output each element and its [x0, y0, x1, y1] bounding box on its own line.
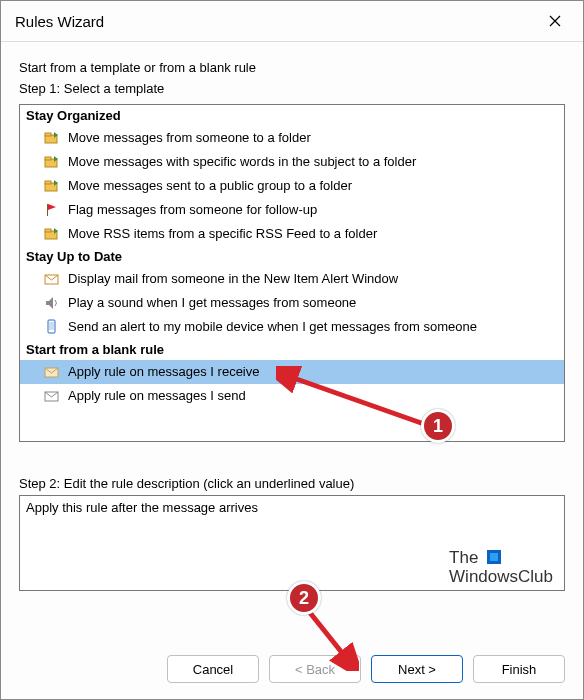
list-item-send[interactable]: Apply rule on messages I send	[20, 384, 564, 408]
list-item-label: Display mail from someone in the New Ite…	[68, 269, 398, 289]
list-item[interactable]: Display mail from someone in the New Ite…	[20, 267, 564, 291]
sound-icon	[44, 295, 60, 311]
list-item-label: Move messages with specific words in the…	[68, 152, 416, 172]
svg-rect-3	[45, 157, 51, 160]
svg-rect-11	[49, 322, 54, 330]
list-item-label: Send an alert to my mobile device when I…	[68, 317, 477, 337]
list-item[interactable]: Move messages from someone to a folder	[20, 126, 564, 150]
list-item-label: Play a sound when I get messages from so…	[68, 293, 356, 313]
list-item[interactable]: Play a sound when I get messages from so…	[20, 291, 564, 315]
section-stay-organized: Stay Organized	[20, 105, 564, 126]
finish-label: Finish	[502, 662, 537, 677]
section-blank-rule: Start from a blank rule	[20, 339, 564, 360]
list-item-label: Move messages sent to a public group to …	[68, 176, 352, 196]
list-item[interactable]: Move messages sent to a public group to …	[20, 174, 564, 198]
list-item-label: Apply rule on messages I send	[68, 386, 246, 406]
svg-rect-8	[45, 229, 51, 232]
watermark-square-icon	[487, 550, 501, 564]
section-stay-up-to-date: Stay Up to Date	[20, 246, 564, 267]
cancel-label: Cancel	[193, 662, 233, 677]
folder-move-icon	[44, 226, 60, 242]
rules-wizard-window: Rules Wizard Start from a template or fr…	[0, 0, 584, 700]
envelope-out-icon	[44, 388, 60, 404]
back-button[interactable]: < Back	[269, 655, 361, 683]
step1-label: Step 1: Select a template	[19, 81, 565, 96]
finish-button[interactable]: Finish	[473, 655, 565, 683]
list-item-label: Flag messages from someone for follow-up	[68, 200, 317, 220]
rule-description-text: Apply this rule after the message arrive…	[26, 500, 258, 515]
list-item[interactable]: Move RSS items from a specific RSS Feed …	[20, 222, 564, 246]
watermark: The WindowsClub	[449, 549, 553, 586]
svg-rect-17	[490, 553, 498, 561]
intro-text: Start from a template or from a blank ru…	[19, 60, 565, 75]
back-label: < Back	[295, 662, 335, 677]
list-item[interactable]: Flag messages from someone for follow-up	[20, 198, 564, 222]
titlebar: Rules Wizard	[1, 1, 583, 42]
svg-rect-6	[47, 204, 48, 216]
close-icon	[549, 15, 561, 27]
list-item-label: Move RSS items from a specific RSS Feed …	[68, 224, 377, 244]
window-title: Rules Wizard	[15, 13, 104, 30]
list-item[interactable]: Move messages with specific words in the…	[20, 150, 564, 174]
folder-move-icon	[44, 178, 60, 194]
svg-rect-1	[45, 133, 51, 136]
list-item-receive[interactable]: Apply rule on messages I receive	[20, 360, 564, 384]
list-item-label: Apply rule on messages I receive	[68, 362, 259, 382]
folder-move-icon	[44, 130, 60, 146]
flag-icon	[44, 202, 60, 218]
next-label: Next >	[398, 662, 436, 677]
list-item[interactable]: Send an alert to my mobile device when I…	[20, 315, 564, 339]
next-button[interactable]: Next >	[371, 655, 463, 683]
mail-alert-icon	[44, 271, 60, 287]
annotation-badge-1: 1	[421, 409, 455, 443]
button-row: Cancel < Back Next > Finish	[1, 643, 583, 699]
template-listbox[interactable]: Stay Organized Move messages from someon…	[19, 104, 565, 442]
close-button[interactable]	[535, 7, 575, 35]
svg-rect-5	[45, 181, 51, 184]
list-item-label: Move messages from someone to a folder	[68, 128, 311, 148]
folder-move-icon	[44, 154, 60, 170]
envelope-in-icon	[44, 364, 60, 380]
step2-label: Step 2: Edit the rule description (click…	[19, 476, 565, 491]
cancel-button[interactable]: Cancel	[167, 655, 259, 683]
mobile-alert-icon	[44, 319, 60, 335]
annotation-badge-2: 2	[287, 581, 321, 615]
